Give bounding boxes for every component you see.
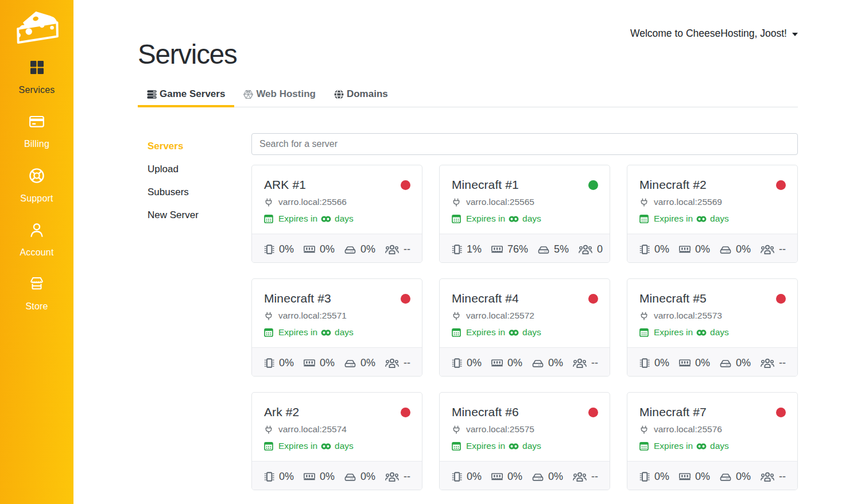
- expires-line: Expires in days: [452, 327, 598, 338]
- subnav-item-new-server[interactable]: New Server: [148, 204, 251, 227]
- expires-line: Expires in days: [264, 214, 410, 224]
- server-address: varro.local:25572: [466, 311, 534, 321]
- storefront-icon: [29, 276, 44, 293]
- card-stats: 0% 0% 0% --: [627, 461, 797, 490]
- server-address: varro.local:25569: [654, 197, 722, 207]
- sidebar-item-support[interactable]: Support: [0, 159, 73, 213]
- sidebar-item-label: Services: [19, 85, 55, 95]
- players-value: --: [779, 471, 786, 483]
- card-body: Minecraft #4 varro.local:25572 Expires i…: [440, 279, 610, 347]
- infinity-icon: [696, 443, 707, 449]
- infinity-icon: [321, 329, 331, 336]
- server-name: Minecraft #4: [452, 292, 519, 305]
- server-address-line: varro.local:25574: [264, 424, 410, 435]
- server-card[interactable]: ARK #1 varro.local:25566 Expires in days…: [251, 165, 422, 263]
- expires-line: Expires in days: [264, 327, 410, 338]
- server-card[interactable]: Minecraft #6 varro.local:25575 Expires i…: [439, 392, 610, 490]
- calendar-icon: [452, 441, 461, 451]
- subnav-item-subusers[interactable]: Subusers: [148, 181, 251, 204]
- disk-stat: 0%: [344, 471, 375, 483]
- memory-stat: 0%: [304, 471, 335, 483]
- disk-value: 0%: [736, 243, 751, 255]
- expires-prefix: Expires in: [654, 441, 693, 451]
- memory-value: 0%: [320, 471, 335, 483]
- cpu-icon: [452, 358, 462, 369]
- server-card[interactable]: Minecraft #4 varro.local:25572 Expires i…: [439, 278, 610, 377]
- calendar-icon: [264, 214, 273, 223]
- server-card[interactable]: Minecraft #5 varro.local:25573 Expires i…: [627, 278, 798, 377]
- hdd-icon: [344, 246, 356, 254]
- tab-game-servers[interactable]: Game Servers: [138, 83, 234, 107]
- server-name: Minecraft #5: [639, 292, 707, 305]
- user-menu[interactable]: Welcome to CheeseHosting, Joost!: [630, 28, 798, 40]
- server-address: varro.local:25573: [654, 311, 722, 321]
- people-icon: [761, 245, 774, 254]
- server-card[interactable]: Minecraft #7 varro.local:25576 Expires i…: [627, 392, 798, 490]
- players-value: --: [404, 357, 410, 369]
- server-card[interactable]: Minecraft #3 varro.local:25571 Expires i…: [251, 278, 422, 377]
- cpu-value: 0%: [279, 357, 294, 369]
- memory-stat: 0%: [491, 471, 522, 483]
- cpu-icon: [264, 471, 274, 482]
- status-dot: [588, 294, 598, 304]
- memory-stat: 0%: [304, 243, 335, 255]
- calendar-icon: [639, 214, 649, 223]
- players-stat: --: [385, 471, 410, 483]
- expires-suffix: days: [335, 441, 354, 451]
- disk-stat: 0%: [344, 243, 375, 255]
- server-address-line: varro.local:25565: [452, 197, 598, 207]
- players-stat: --: [573, 471, 598, 483]
- disk-stat: 5%: [538, 243, 569, 255]
- subnav-item-upload[interactable]: Upload: [148, 158, 251, 181]
- server-card[interactable]: Ark #2 varro.local:25574 Expires in days…: [251, 392, 422, 490]
- sidebar-item-billing[interactable]: Billing: [0, 105, 73, 159]
- hdd-icon: [532, 359, 544, 367]
- tab-bar: Game Servers Web Hosting Domains: [138, 83, 798, 107]
- card-stats: 0% 0% 0% --: [440, 461, 610, 490]
- card-header: Minecraft #7: [639, 405, 786, 419]
- expires-line: Expires in days: [452, 441, 598, 451]
- players-stat: --: [573, 357, 598, 369]
- players-stat: --: [761, 357, 786, 369]
- hexagon-icon: [243, 90, 253, 99]
- cheese-logo[interactable]: [13, 3, 61, 44]
- disk-stat: 0%: [344, 357, 375, 369]
- expires-prefix: Expires in: [278, 441, 317, 451]
- tab-domains[interactable]: Domains: [325, 83, 397, 107]
- sidebar-item-store[interactable]: Store: [0, 267, 73, 321]
- cpu-icon: [639, 358, 650, 369]
- sidebar-item-services[interactable]: Services: [0, 51, 73, 105]
- hdd-icon: [720, 473, 731, 481]
- disk-value: 0%: [548, 471, 563, 483]
- tab-web-hosting[interactable]: Web Hosting: [234, 83, 325, 107]
- people-icon: [579, 245, 592, 254]
- people-icon: [761, 472, 774, 482]
- cpu-value: 0%: [279, 243, 294, 255]
- people-icon: [573, 358, 587, 368]
- disk-stat: 0%: [720, 471, 751, 483]
- status-dot: [401, 294, 410, 304]
- memory-icon: [679, 359, 691, 367]
- plug-icon: [452, 198, 461, 207]
- cpu-icon: [264, 244, 274, 255]
- card-body: ARK #1 varro.local:25566 Expires in days: [252, 165, 422, 234]
- infinity-icon: [509, 443, 519, 449]
- card-header: Minecraft #2: [639, 178, 786, 192]
- globe-icon: [334, 90, 344, 99]
- cpu-stat: 0%: [264, 243, 294, 255]
- server-card[interactable]: Minecraft #2 varro.local:25569 Expires i…: [627, 165, 798, 263]
- disk-stat: 0%: [720, 243, 751, 255]
- sidebar-item-label: Store: [25, 301, 48, 312]
- sidebar-item-account[interactable]: Account: [0, 213, 73, 267]
- card-stats: 0% 0% 0% --: [627, 234, 797, 262]
- card-body: Minecraft #5 varro.local:25573 Expires i…: [627, 279, 797, 347]
- subnav-item-servers[interactable]: Servers: [148, 135, 251, 158]
- plug-icon: [264, 425, 273, 434]
- memory-icon: [679, 246, 691, 253]
- infinity-icon: [321, 216, 331, 222]
- search-input[interactable]: [251, 133, 798, 155]
- server-name: Minecraft #2: [639, 178, 707, 192]
- memory-icon: [679, 473, 691, 480]
- players-stat: --: [761, 243, 786, 255]
- server-card[interactable]: Minecraft #1 varro.local:25565 Expires i…: [439, 165, 610, 263]
